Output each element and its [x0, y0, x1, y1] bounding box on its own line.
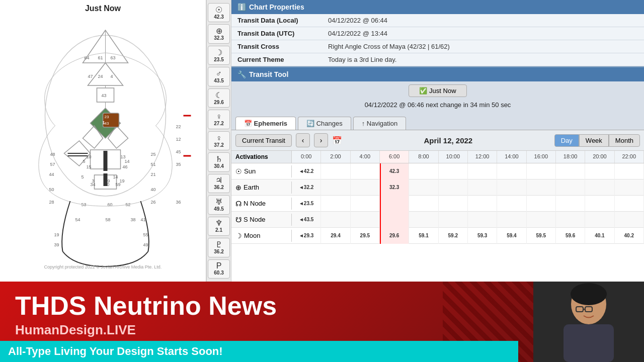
- svg-rect-64: [104, 173, 108, 186]
- row-cell: [556, 212, 585, 228]
- svg-text:14: 14: [113, 174, 118, 179]
- props-row: Transit Data (UTC)04/12/2022 @ 13:44: [231, 27, 644, 40]
- calendar-icon: 📅: [332, 136, 342, 145]
- venus2-icon: ♀: [216, 134, 222, 142]
- sidebar-item-venus[interactable]: ♀ 27.2: [208, 110, 230, 129]
- svg-text:19: 19: [54, 232, 59, 237]
- row-cell: [527, 212, 556, 228]
- row-cell: [615, 196, 644, 212]
- sidebar-num-2: 23.5: [214, 57, 223, 62]
- svg-text:40: 40: [151, 187, 156, 192]
- time-col-header: 2:00: [321, 151, 350, 163]
- svg-text:4: 4: [111, 74, 113, 79]
- sidebar-num-12: 60.3: [214, 270, 223, 276]
- svg-text:45: 45: [176, 149, 181, 154]
- row-cells: ◄23.5: [292, 196, 644, 212]
- sidebar-item-sun[interactable]: ☉ 42.3: [208, 3, 230, 22]
- row-cell: 59.4: [497, 228, 526, 244]
- time-cols: 0:002:004:006:008:0010:0012:0014:0016:00…: [292, 151, 644, 163]
- chart-area: 64 61 63 47 24 4 43 1 23 43 48: [0, 15, 206, 272]
- sidebar-item-venus2[interactable]: ♀ 37.2: [208, 131, 230, 150]
- sidebar-item-p[interactable]: P 60.3: [208, 259, 230, 279]
- node-icon: ☾: [215, 92, 222, 100]
- day-view-button[interactable]: Day: [554, 134, 579, 147]
- sidebar-item-earth[interactable]: ⊕ 32.3: [208, 24, 230, 43]
- time-col-header: 18:00: [556, 151, 585, 163]
- row-cell: [585, 212, 614, 228]
- row-cell: 42.3: [380, 163, 409, 179]
- row-cell: ◄23.5: [292, 196, 321, 212]
- sidebar-num-0: 42.3: [214, 14, 223, 20]
- sidebar-item-uranus[interactable]: ♅ 49.5: [208, 195, 230, 214]
- time-col-header: 6:00: [380, 151, 409, 163]
- tab-navigation[interactable]: ↑ Navigation: [353, 117, 407, 130]
- sidebar-num-1: 32.3: [214, 35, 223, 41]
- banner-tagline: All-Type Living Your Design Starts Soon!: [0, 341, 518, 362]
- time-col-header: 14:00: [497, 151, 526, 163]
- chart-panel: Just Now: [0, 0, 206, 282]
- svg-text:57: 57: [50, 162, 55, 167]
- current-time-line: [380, 212, 381, 228]
- row-label: ☊ N Node: [231, 198, 292, 210]
- time-col-header: 0:00: [292, 151, 321, 163]
- sidebar-item-saturn[interactable]: ♄ 30.4: [208, 152, 230, 171]
- row-cell: [468, 179, 497, 196]
- banner: THDS Neutrino News HumanDesign.LIVE All-…: [0, 282, 644, 362]
- sidebar-item-jupiter[interactable]: ♃ 36.2: [208, 174, 230, 193]
- props-value: 04/12/2022 @ 13:44: [322, 27, 644, 40]
- row-cell: [615, 179, 644, 196]
- svg-text:38: 38: [131, 217, 136, 222]
- prev-arrow-button[interactable]: ‹: [296, 133, 310, 147]
- timeline-header: Activations 0:002:004:006:008:0010:0012:…: [231, 151, 644, 163]
- svg-text:48: 48: [50, 152, 55, 157]
- row-cell: [585, 163, 614, 179]
- row-cell: 40.2: [615, 228, 644, 244]
- saturn-icon: ♄: [215, 155, 222, 163]
- tab-ephemeris[interactable]: 📅 Ephemeris: [235, 117, 296, 130]
- tab-changes[interactable]: 🔄 Changes: [298, 117, 351, 130]
- sidebar-item-moon[interactable]: ☽ 23.5: [208, 46, 230, 65]
- row-cell: 29.6: [380, 228, 409, 244]
- current-transit-button[interactable]: Current Transit: [235, 134, 292, 147]
- chart-properties-section: ℹ️ Chart Properties Transit Data (Local)…: [231, 0, 644, 67]
- sidebar-num-8: 36.2: [214, 185, 223, 190]
- moon-icon-sidebar: ☽: [215, 49, 222, 57]
- svg-text:51: 51: [151, 162, 156, 167]
- just-now-button[interactable]: ✅ Just Now: [409, 84, 466, 97]
- sidebar-item-node[interactable]: ☾ 29.6: [208, 88, 230, 108]
- activations-header: Activations: [231, 151, 292, 163]
- time-info-row: 04/12/2022 @ 06:46 next change in 34 min…: [237, 99, 638, 111]
- week-view-button[interactable]: Week: [579, 134, 609, 147]
- row-cells: ◄32.232.3: [292, 179, 644, 196]
- row-label: ⊕ Earth: [231, 182, 292, 194]
- month-view-button[interactable]: Month: [609, 134, 640, 147]
- row-cell: [321, 163, 350, 179]
- sidebar-item-neptune[interactable]: ♆ 2.1: [208, 217, 230, 236]
- svg-text:55: 55: [143, 232, 148, 237]
- neptune-icon: ♆: [215, 219, 222, 227]
- time-col-header: 12:00: [468, 151, 497, 163]
- sidebar-num-11: 36.2: [214, 249, 223, 254]
- svg-point-72: [571, 283, 607, 305]
- row-cell: ◄43.5: [292, 212, 321, 228]
- row-cell: 59.6: [556, 228, 585, 244]
- time-col-header: 22:00: [615, 151, 644, 163]
- props-label: Transit Data (UTC): [231, 27, 322, 40]
- row-cell: 32.3: [380, 179, 409, 196]
- row-cell: [497, 163, 526, 179]
- tab-bar: 📅 Ephemeris 🔄 Changes ↑ Navigation: [231, 114, 644, 130]
- svg-text:44: 44: [49, 172, 54, 177]
- sidebar-item-mars[interactable]: ♂ 43.5: [208, 67, 230, 86]
- time-info-text: 04/12/2022 @ 06:46 next change in 34 min…: [365, 101, 511, 109]
- next-arrow-button[interactable]: ›: [314, 133, 328, 147]
- svg-text:54: 54: [75, 217, 80, 222]
- row-cell: ◄32.2: [292, 179, 321, 196]
- svg-text:43: 43: [105, 121, 109, 126]
- svg-text:21: 21: [151, 172, 156, 177]
- svg-text:15: 15: [87, 164, 92, 169]
- row-icon: ☽: [235, 232, 242, 240]
- svg-text:25: 25: [151, 152, 156, 157]
- sidebar: ☉ 42.3 ⊕ 32.3 ☽ 23.5 ♂ 43.5 ☾ 29.6 ♀ 27.…: [206, 0, 231, 282]
- row-cell: [351, 163, 380, 179]
- sidebar-item-pluto[interactable]: ♇ 36.2: [208, 238, 230, 257]
